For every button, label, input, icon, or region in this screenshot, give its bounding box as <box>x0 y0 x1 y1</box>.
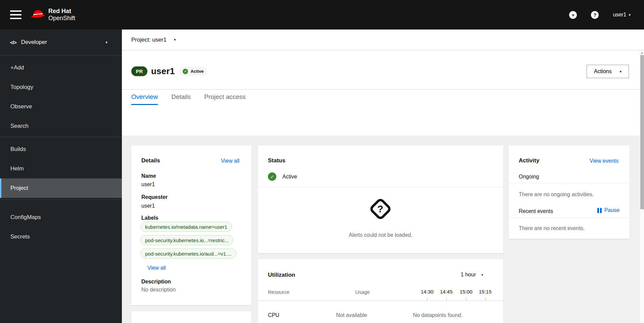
tab-overview[interactable]: Overview <box>131 90 158 105</box>
sidebar-divider <box>0 200 122 200</box>
tab-project-access[interactable]: Project access <box>204 90 246 105</box>
ongoing-empty-message: There are no ongoing activities. <box>519 192 594 198</box>
pause-icon <box>597 208 602 213</box>
card-divider <box>509 183 630 183</box>
time-tick-label: 15:00 <box>457 289 475 294</box>
ongoing-label: Ongoing <box>519 174 539 180</box>
caret-down-icon: ▾ <box>629 13 631 17</box>
sidebar-item-observe[interactable]: Observe <box>0 97 122 116</box>
details-card-title: Details <box>141 157 160 164</box>
utilization-card: Utilization 1 hour ▾ Resource Usage 14:3… <box>258 259 503 323</box>
caret-down-icon: ▾ <box>481 273 483 277</box>
pause-events-button[interactable]: Pause <box>597 207 619 213</box>
page-header: PR user1 ✓ Active Actions ▾ <box>122 50 644 90</box>
sidebar-item-secrets[interactable]: Secrets <box>0 227 122 247</box>
caret-down-icon: ▾ <box>105 41 107 44</box>
username: user1 <box>613 12 626 18</box>
help-icon[interactable]: ? <box>591 11 599 19</box>
card-divider <box>258 187 503 187</box>
activity-card-title: Activity <box>519 157 539 164</box>
axis-tick <box>427 297 427 301</box>
add-plus-icon[interactable]: + <box>569 11 577 19</box>
status-badge-label: Active <box>190 69 203 74</box>
labels-label: Labels <box>141 215 158 221</box>
project-resource-badge: PR <box>131 66 147 76</box>
sidebar-item-topology[interactable]: Topology <box>0 77 122 97</box>
alerts-empty-message: Alerts could not be loaded. <box>258 232 503 238</box>
tab-details[interactable]: Details <box>171 90 191 105</box>
name-value: user1 <box>141 181 155 187</box>
duration-value: 1 hour <box>461 272 476 278</box>
sidebar: </> Developer ▾ +Add Topology Observe Se… <box>0 30 122 323</box>
perspective-switcher[interactable]: </> Developer ▾ <box>0 30 122 55</box>
axis-rule <box>258 301 503 301</box>
scrollbar[interactable]: ▲ <box>640 50 644 323</box>
axis-tick <box>485 297 486 301</box>
sidebar-divider <box>0 137 122 137</box>
status-card: Status ✓ Active ? Alerts could not be lo… <box>258 146 503 253</box>
status-card-title: Status <box>268 157 285 164</box>
details-card: Details View all Name user1 Requester us… <box>131 146 251 305</box>
utilization-row-chart: No datapoints found. <box>413 312 463 318</box>
main-area: Project: user1 ▾ PR user1 ✓ Active Actio… <box>122 30 644 323</box>
sidebar-item-helm[interactable]: Helm <box>0 159 122 178</box>
recent-events-label: Recent events <box>519 208 553 214</box>
perspective-label: Developer <box>21 39 47 46</box>
actions-dropdown[interactable]: Actions ▾ <box>587 65 629 78</box>
masthead: Red Hat OpenShift + ? user1 ▾ <box>0 0 644 30</box>
tabs: Overview Details Project access <box>122 90 644 106</box>
code-icon: </> <box>10 40 16 45</box>
time-tick-label: 14:30 <box>418 289 436 294</box>
recent-empty-message: There are no recent events. <box>519 225 585 231</box>
brand-line2: OpenShift <box>48 15 75 22</box>
pause-label: Pause <box>604 207 619 213</box>
brand-line1: Red Hat <box>48 8 75 15</box>
card-divider <box>509 217 630 218</box>
user-menu[interactable]: user1 ▾ <box>613 12 631 18</box>
usage-column-header: Usage <box>355 289 370 295</box>
check-circle-icon: ✓ <box>183 69 188 74</box>
time-tick-label: 14:45 <box>437 289 456 294</box>
status-badge: ✓ Active <box>179 67 207 76</box>
unknown-alerts-icon: ? <box>369 197 393 221</box>
inventory-card: Inventory 0 Deployments <box>131 311 251 323</box>
actions-label: Actions <box>594 68 611 74</box>
labels-view-all-link[interactable]: View all <box>147 265 166 271</box>
description-value: No description <box>141 287 176 293</box>
sidebar-item-add[interactable]: +Add <box>0 58 122 77</box>
axis-tick <box>446 297 447 301</box>
label-pill[interactable]: pod-security.kubernetes.io...=restric... <box>140 235 233 245</box>
utilization-row-resource: CPU <box>268 312 279 318</box>
activity-card: Activity View events Ongoing There are n… <box>509 146 630 239</box>
scrollbar-thumb[interactable] <box>640 55 644 209</box>
time-tick-label: 15:15 <box>476 289 495 294</box>
duration-dropdown[interactable]: 1 hour ▾ <box>461 272 483 278</box>
sidebar-item-configmaps[interactable]: ConfigMaps <box>0 208 122 227</box>
utilization-card-title: Utilization <box>268 272 295 278</box>
details-view-all-link[interactable]: View all <box>221 158 239 164</box>
requester-label: Requester <box>141 194 168 200</box>
redhat-hat-icon <box>31 9 45 20</box>
utilization-row-usage: Not available <box>336 312 367 318</box>
name-label: Name <box>141 173 156 179</box>
view-events-link[interactable]: View events <box>590 158 618 164</box>
project-selector[interactable]: Project: user1 <box>131 37 167 43</box>
axis-tick <box>466 297 466 301</box>
caret-down-icon[interactable]: ▾ <box>174 38 176 42</box>
sidebar-item-builds[interactable]: Builds <box>0 140 122 159</box>
overview-content: Details View all Name user1 Requester us… <box>122 136 644 323</box>
label-pill[interactable]: kubernetes.io/metadata.name=user1 <box>140 222 232 232</box>
check-circle-icon: ✓ <box>268 172 276 181</box>
label-pill[interactable]: pod-security.kubernetes.io/aud...=v1.... <box>140 249 236 259</box>
caret-down-icon: ▾ <box>619 70 622 73</box>
sidebar-item-search[interactable]: Search <box>0 116 122 136</box>
requester-value: user1 <box>141 203 155 209</box>
page-title: user1 <box>151 66 175 76</box>
resource-column-header: Resource <box>268 289 289 295</box>
status-active-label: Active <box>282 174 297 180</box>
project-context-bar: Project: user1 ▾ <box>122 30 644 50</box>
sidebar-item-project[interactable]: Project <box>0 178 122 198</box>
scroll-up-arrow-icon[interactable]: ▲ <box>640 51 644 54</box>
redhat-openshift-logo: Red Hat OpenShift <box>31 8 75 22</box>
hamburger-menu-icon[interactable] <box>10 10 21 19</box>
